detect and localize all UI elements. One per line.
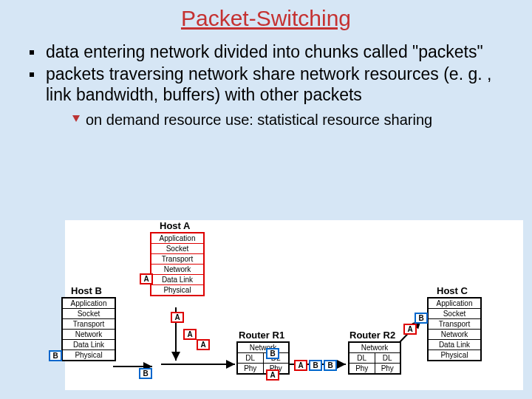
layer-physical: Physical [63,349,115,360]
layer-dl: DL [238,352,263,363]
host-b-label: Host B [71,285,102,296]
packet-a: A [140,273,153,284]
host-a-label: Host A [160,220,190,231]
layer-physical: Physical [429,349,480,360]
packet-b: B [309,360,322,371]
packet-a: A [197,339,210,350]
layer-dl: DL [349,352,375,363]
host-c-stack: Application Socket Transport Network Dat… [427,297,482,361]
sub-bullet-list: on demand resource use: statistical reso… [46,111,516,129]
bullet-2: packets traversing network share network… [27,64,516,129]
layer-transport: Transport [63,318,115,329]
layer-socket: Socket [151,243,203,253]
host-c-label: Host C [437,285,468,296]
layer-datalink: Data Link [151,274,203,284]
layer-network: Network [429,329,480,339]
bullet-1: data entering network divided into chunk… [27,41,516,62]
packet-a: A [171,312,184,323]
sub-bullet-1: on demand resource use: statistical reso… [71,111,516,129]
packet-b: B [415,313,428,324]
host-a-stack: Application Socket Transport Network Dat… [150,232,205,296]
packet-a: A [266,369,279,381]
packet-b: B [49,350,62,361]
packet-b: B [139,368,152,379]
layer-phy: Phy [349,363,375,373]
layer-network: Network [151,264,203,274]
network-diagram: Host A Application Socket Transport Netw… [65,220,523,390]
layer-phy: Phy [375,363,400,373]
layer-app: Application [429,299,480,308]
layer-physical: Physical [151,284,203,295]
packet-b: B [324,360,337,371]
packet-a: A [403,324,417,335]
layer-socket: Socket [63,308,115,318]
layer-app: Application [63,299,115,308]
slide-title: Packet-Switching [0,6,532,31]
layer-network: Network [349,343,400,352]
layer-datalink: Data Link [63,339,115,349]
packet-a: A [294,360,307,371]
router-r2-label: Router R2 [349,330,395,341]
bullet-2-text: packets traversing network share network… [46,64,491,104]
layer-dl: DL [375,352,400,363]
layer-transport: Transport [151,253,203,264]
layer-app: Application [151,233,203,243]
layer-transport: Transport [429,318,480,329]
layer-network: Network [63,329,115,339]
bullet-list: data entering network divided into chunk… [0,41,532,129]
packet-a: A [183,329,197,340]
layer-socket: Socket [429,308,480,318]
host-b-stack: Application Socket Transport Network Dat… [61,297,116,361]
layer-network: Network [238,343,288,352]
layer-datalink: Data Link [429,339,480,349]
layer-phy: Phy [238,363,263,373]
packet-b: B [266,348,279,359]
router-r1-stack: Network DL DL Phy Phy [236,341,290,375]
router-r1-label: Router R1 [239,330,284,341]
router-r2-stack: Network DL DL Phy Phy [348,341,401,375]
